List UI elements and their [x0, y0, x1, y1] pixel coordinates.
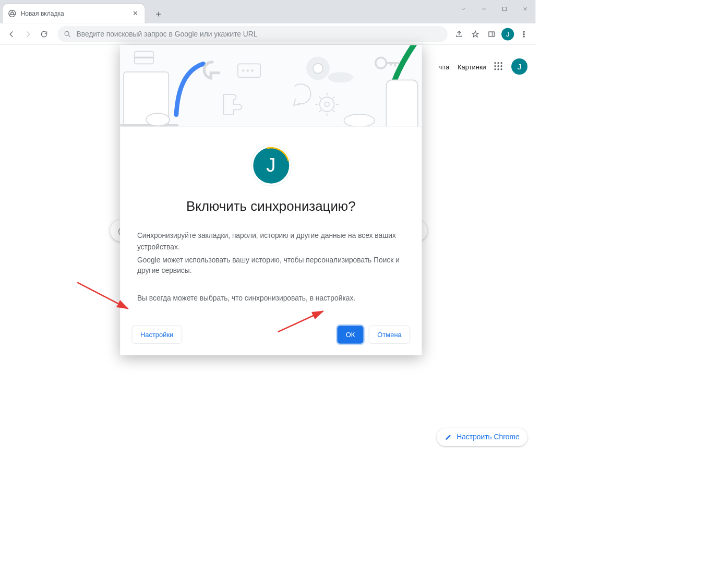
tab-title: Новая вкладка: [21, 10, 131, 17]
svg-rect-25: [386, 80, 417, 127]
search-icon: [64, 30, 71, 38]
omnibox[interactable]: Введите поисковый запрос в Google или ук…: [57, 26, 447, 42]
sync-dialog: J Включить синхронизацию? Синхронизируйт…: [120, 45, 422, 355]
svg-rect-12: [135, 57, 153, 58]
gmail-link[interactable]: чта: [439, 63, 450, 70]
dialog-text-1: Синхронизируйте закладки, пароли, истори…: [137, 230, 405, 253]
dialog-title: Включить синхронизацию?: [120, 199, 422, 214]
svg-point-15: [247, 69, 249, 71]
svg-point-16: [251, 69, 253, 71]
chrome-favicon-icon: [8, 9, 17, 18]
dialog-text-3: Вы всегда можете выбрать, что синхронизи…: [137, 293, 405, 304]
bookmark-star-icon[interactable]: [467, 26, 484, 42]
images-link[interactable]: Картинки: [458, 63, 486, 70]
pencil-icon: [445, 434, 452, 441]
cancel-button[interactable]: Отмена: [369, 326, 410, 343]
omnibox-placeholder: Введите поисковый запрос в Google или ук…: [77, 30, 258, 38]
avatar-letter: J: [266, 155, 275, 176]
svg-point-19: [313, 64, 323, 74]
new-tab-button[interactable]: ＋: [151, 6, 166, 21]
dialog-buttons: Настройки ОК Отмена: [120, 306, 422, 355]
svg-point-5: [523, 31, 524, 32]
share-icon[interactable]: [451, 26, 467, 42]
back-button[interactable]: [4, 26, 20, 42]
forward-button[interactable]: [20, 26, 36, 42]
customize-chrome-button[interactable]: Настроить Chrome: [437, 428, 527, 446]
svg-point-7: [523, 36, 524, 37]
avatar-letter: J: [518, 62, 522, 71]
window-controls: [453, 0, 536, 18]
window-maximize-button[interactable]: [494, 0, 515, 18]
ntp-header-links: чта Картинки J: [439, 58, 527, 75]
svg-rect-10: [120, 124, 178, 127]
kebab-menu-icon[interactable]: [516, 26, 532, 42]
svg-point-1: [11, 12, 14, 15]
dialog-hero-illustration: [120, 45, 422, 127]
chevron-down-icon[interactable]: [453, 0, 474, 18]
dialog-text-2: Google может использовать вашу историю, …: [137, 255, 405, 277]
svg-point-23: [344, 114, 375, 127]
svg-point-3: [65, 31, 69, 35]
apps-grid-icon[interactable]: [494, 62, 503, 71]
dialog-body: Синхронизируйте закладки, пароли, истори…: [120, 214, 422, 304]
avatar-letter: J: [501, 28, 514, 40]
browser-tab[interactable]: Новая вкладка ✕: [3, 4, 145, 23]
customize-chrome-label: Настроить Chrome: [456, 433, 519, 441]
window-minimize-button[interactable]: [474, 0, 495, 18]
tab-close-icon[interactable]: ✕: [131, 9, 140, 18]
svg-point-14: [242, 69, 244, 71]
side-panel-icon[interactable]: [484, 26, 500, 42]
reload-button[interactable]: [36, 26, 52, 42]
window-close-button[interactable]: [515, 0, 536, 18]
svg-point-6: [523, 33, 524, 34]
browser-toolbar: Введите поисковый запрос в Google или ук…: [0, 23, 536, 45]
svg-point-20: [328, 72, 353, 83]
svg-rect-4: [489, 32, 494, 37]
ok-button[interactable]: ОК: [337, 326, 363, 343]
svg-point-17: [146, 113, 170, 126]
svg-rect-2: [503, 7, 507, 11]
dialog-avatar: J: [250, 145, 292, 186]
settings-button[interactable]: Настройки: [132, 326, 182, 343]
ntp-profile-avatar[interactable]: J: [511, 58, 527, 75]
profile-avatar-toolbar[interactable]: J: [500, 26, 516, 42]
